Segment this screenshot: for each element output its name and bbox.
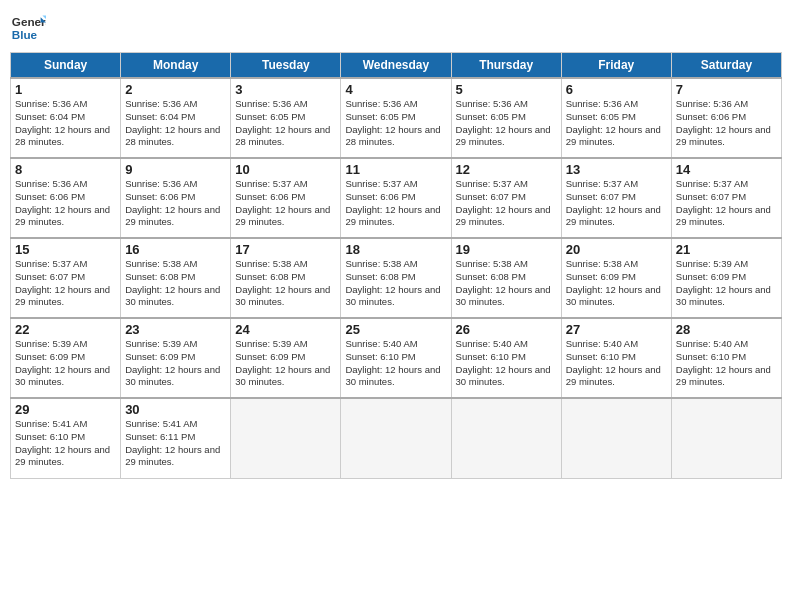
logo-icon: General Blue [10,10,46,46]
calendar-cell: 28Sunrise: 5:40 AMSunset: 6:10 PMDayligh… [671,318,781,398]
calendar-cell: 11Sunrise: 5:37 AMSunset: 6:06 PMDayligh… [341,158,451,238]
day-info: Sunrise: 5:36 AMSunset: 6:05 PMDaylight:… [566,98,667,149]
day-info: Sunrise: 5:36 AMSunset: 6:06 PMDaylight:… [15,178,116,229]
day-info: Sunrise: 5:37 AMSunset: 6:07 PMDaylight:… [456,178,557,229]
calendar-cell: 18Sunrise: 5:38 AMSunset: 6:08 PMDayligh… [341,238,451,318]
calendar-cell: 23Sunrise: 5:39 AMSunset: 6:09 PMDayligh… [121,318,231,398]
calendar-header-monday: Monday [121,53,231,79]
calendar-cell [671,398,781,478]
day-number: 10 [235,162,336,177]
day-number: 19 [456,242,557,257]
calendar-cell: 14Sunrise: 5:37 AMSunset: 6:07 PMDayligh… [671,158,781,238]
day-number: 27 [566,322,667,337]
day-info: Sunrise: 5:37 AMSunset: 6:06 PMDaylight:… [345,178,446,229]
day-number: 28 [676,322,777,337]
day-info: Sunrise: 5:39 AMSunset: 6:09 PMDaylight:… [125,338,226,389]
day-number: 29 [15,402,116,417]
day-info: Sunrise: 5:36 AMSunset: 6:05 PMDaylight:… [456,98,557,149]
svg-text:Blue: Blue [12,28,38,41]
day-number: 7 [676,82,777,97]
calendar-cell: 1Sunrise: 5:36 AMSunset: 6:04 PMDaylight… [11,78,121,158]
day-number: 3 [235,82,336,97]
calendar-header-friday: Friday [561,53,671,79]
calendar-header-wednesday: Wednesday [341,53,451,79]
calendar-week-4: 22Sunrise: 5:39 AMSunset: 6:09 PMDayligh… [11,318,782,398]
day-info: Sunrise: 5:38 AMSunset: 6:08 PMDaylight:… [235,258,336,309]
day-number: 12 [456,162,557,177]
day-info: Sunrise: 5:38 AMSunset: 6:08 PMDaylight:… [456,258,557,309]
calendar-week-3: 15Sunrise: 5:37 AMSunset: 6:07 PMDayligh… [11,238,782,318]
day-number: 30 [125,402,226,417]
calendar-cell [561,398,671,478]
day-info: Sunrise: 5:37 AMSunset: 6:07 PMDaylight:… [15,258,116,309]
day-number: 4 [345,82,446,97]
calendar-cell: 29Sunrise: 5:41 AMSunset: 6:10 PMDayligh… [11,398,121,478]
page-header: General Blue [10,10,782,46]
calendar-cell: 16Sunrise: 5:38 AMSunset: 6:08 PMDayligh… [121,238,231,318]
calendar-cell: 3Sunrise: 5:36 AMSunset: 6:05 PMDaylight… [231,78,341,158]
day-info: Sunrise: 5:39 AMSunset: 6:09 PMDaylight:… [235,338,336,389]
calendar-cell: 26Sunrise: 5:40 AMSunset: 6:10 PMDayligh… [451,318,561,398]
day-info: Sunrise: 5:36 AMSunset: 6:04 PMDaylight:… [15,98,116,149]
day-info: Sunrise: 5:37 AMSunset: 6:07 PMDaylight:… [566,178,667,229]
calendar-week-5: 29Sunrise: 5:41 AMSunset: 6:10 PMDayligh… [11,398,782,478]
calendar-cell: 7Sunrise: 5:36 AMSunset: 6:06 PMDaylight… [671,78,781,158]
calendar-cell: 30Sunrise: 5:41 AMSunset: 6:11 PMDayligh… [121,398,231,478]
day-info: Sunrise: 5:39 AMSunset: 6:09 PMDaylight:… [676,258,777,309]
day-number: 21 [676,242,777,257]
calendar-cell: 20Sunrise: 5:38 AMSunset: 6:09 PMDayligh… [561,238,671,318]
calendar-cell: 12Sunrise: 5:37 AMSunset: 6:07 PMDayligh… [451,158,561,238]
day-number: 18 [345,242,446,257]
day-number: 14 [676,162,777,177]
day-info: Sunrise: 5:36 AMSunset: 6:04 PMDaylight:… [125,98,226,149]
calendar-cell: 27Sunrise: 5:40 AMSunset: 6:10 PMDayligh… [561,318,671,398]
calendar-cell: 9Sunrise: 5:36 AMSunset: 6:06 PMDaylight… [121,158,231,238]
calendar-cell: 22Sunrise: 5:39 AMSunset: 6:09 PMDayligh… [11,318,121,398]
calendar-cell: 24Sunrise: 5:39 AMSunset: 6:09 PMDayligh… [231,318,341,398]
day-info: Sunrise: 5:40 AMSunset: 6:10 PMDaylight:… [345,338,446,389]
day-info: Sunrise: 5:36 AMSunset: 6:05 PMDaylight:… [235,98,336,149]
day-number: 13 [566,162,667,177]
day-number: 2 [125,82,226,97]
day-info: Sunrise: 5:41 AMSunset: 6:11 PMDaylight:… [125,418,226,469]
calendar-cell: 21Sunrise: 5:39 AMSunset: 6:09 PMDayligh… [671,238,781,318]
day-info: Sunrise: 5:36 AMSunset: 6:06 PMDaylight:… [125,178,226,229]
day-info: Sunrise: 5:37 AMSunset: 6:06 PMDaylight:… [235,178,336,229]
day-number: 9 [125,162,226,177]
day-number: 15 [15,242,116,257]
calendar-cell: 4Sunrise: 5:36 AMSunset: 6:05 PMDaylight… [341,78,451,158]
day-number: 24 [235,322,336,337]
day-info: Sunrise: 5:41 AMSunset: 6:10 PMDaylight:… [15,418,116,469]
calendar-cell: 10Sunrise: 5:37 AMSunset: 6:06 PMDayligh… [231,158,341,238]
day-number: 11 [345,162,446,177]
day-number: 8 [15,162,116,177]
day-number: 22 [15,322,116,337]
day-number: 5 [456,82,557,97]
calendar-cell: 15Sunrise: 5:37 AMSunset: 6:07 PMDayligh… [11,238,121,318]
day-number: 16 [125,242,226,257]
calendar-header-saturday: Saturday [671,53,781,79]
calendar-header-sunday: Sunday [11,53,121,79]
day-number: 23 [125,322,226,337]
day-info: Sunrise: 5:38 AMSunset: 6:09 PMDaylight:… [566,258,667,309]
calendar-cell: 6Sunrise: 5:36 AMSunset: 6:05 PMDaylight… [561,78,671,158]
day-info: Sunrise: 5:36 AMSunset: 6:06 PMDaylight:… [676,98,777,149]
day-number: 26 [456,322,557,337]
calendar-table: SundayMondayTuesdayWednesdayThursdayFrid… [10,52,782,479]
day-info: Sunrise: 5:40 AMSunset: 6:10 PMDaylight:… [566,338,667,389]
calendar-cell: 5Sunrise: 5:36 AMSunset: 6:05 PMDaylight… [451,78,561,158]
day-info: Sunrise: 5:36 AMSunset: 6:05 PMDaylight:… [345,98,446,149]
day-number: 1 [15,82,116,97]
calendar-header-thursday: Thursday [451,53,561,79]
day-number: 6 [566,82,667,97]
calendar-cell [451,398,561,478]
calendar-cell [231,398,341,478]
calendar-cell: 2Sunrise: 5:36 AMSunset: 6:04 PMDaylight… [121,78,231,158]
calendar-cell: 19Sunrise: 5:38 AMSunset: 6:08 PMDayligh… [451,238,561,318]
day-info: Sunrise: 5:38 AMSunset: 6:08 PMDaylight:… [345,258,446,309]
logo: General Blue [10,10,46,46]
day-info: Sunrise: 5:40 AMSunset: 6:10 PMDaylight:… [456,338,557,389]
day-number: 20 [566,242,667,257]
calendar-week-2: 8Sunrise: 5:36 AMSunset: 6:06 PMDaylight… [11,158,782,238]
calendar-cell [341,398,451,478]
